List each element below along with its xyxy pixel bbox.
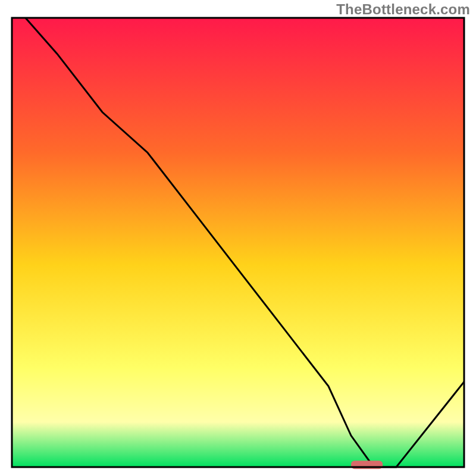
watermark-text: TheBottleneck.com [336,1,470,18]
plot-background [12,18,464,467]
bottleneck-chart [0,0,476,476]
chart-container: TheBottleneck.com [0,0,476,476]
